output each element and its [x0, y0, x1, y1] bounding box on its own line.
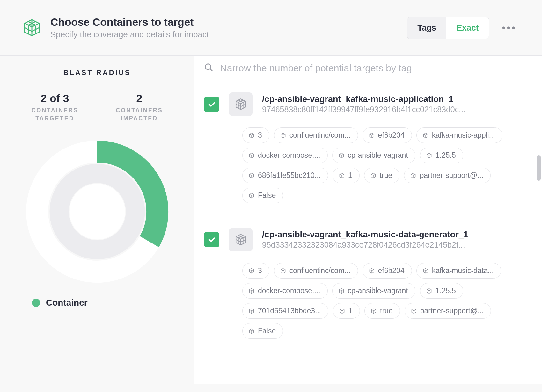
tag-label: cp-ansible-vagrant: [348, 151, 408, 160]
tag-chip[interactable]: 701d55413bbde3...: [242, 303, 328, 319]
stat-targeted: 2 of 3 CONTAINERS TARGETED: [13, 92, 97, 122]
tag-label: False: [258, 191, 276, 200]
tag-chip[interactable]: 3: [242, 127, 269, 143]
tag-label: partner-support@...: [420, 171, 483, 180]
tag-label: cp-ansible-vagrant: [348, 287, 408, 295]
container-icon: [229, 228, 253, 251]
stat-impacted-label: CONTAINERS IMPACTED: [97, 106, 181, 122]
results-panel: /cp-ansible-vagrant_kafka-music-applicat…: [194, 56, 542, 384]
tag-chip[interactable]: False: [242, 188, 283, 203]
tag-label: 701d55413bbde3...: [258, 307, 321, 315]
scrollbar-thumb[interactable]: [537, 155, 541, 181]
page-header: Choose Containers to target Specify the …: [0, 0, 542, 55]
tag-label: true: [380, 307, 393, 315]
stat-targeted-label: CONTAINERS TARGETED: [13, 106, 97, 122]
results-list: /cp-ansible-vagrant_kafka-music-applicat…: [194, 81, 542, 384]
stat-impacted-value: 2: [97, 92, 181, 105]
tag-label: true: [380, 171, 392, 180]
tag-label: docker-compose....: [258, 151, 320, 160]
donut-chart: [13, 138, 181, 285]
tab-exact[interactable]: Exact: [446, 17, 489, 39]
tag-chip[interactable]: 3: [242, 263, 269, 279]
search-row: [194, 56, 542, 81]
tag-label: 1: [348, 307, 353, 315]
svg-point-3: [205, 64, 211, 70]
tag-label: 3: [258, 131, 262, 140]
search-icon: [204, 63, 214, 74]
result-hash: 95d33342332323084a933ce728f0426cd3f264e2…: [262, 240, 532, 250]
tag-label: 686fa1fe55bc210...: [258, 171, 321, 180]
svg-point-2: [69, 184, 125, 240]
tag-list: 3confluentinc/com...ef6b204kafka-music-d…: [242, 263, 532, 339]
checkbox[interactable]: [204, 97, 219, 112]
mode-toggle: Tags Exact: [407, 17, 489, 39]
page-title: Choose Containers to target: [50, 16, 398, 28]
tag-label: ef6b204: [378, 266, 405, 275]
legend-label-container: Container: [46, 298, 88, 308]
tag-chip[interactable]: confluentinc/com...: [274, 263, 358, 279]
blast-radius-panel: BLAST RADIUS 2 of 3 CONTAINERS TARGETED …: [0, 56, 194, 384]
tag-chip[interactable]: ef6b204: [363, 127, 412, 143]
tag-chip[interactable]: partner-support@...: [405, 303, 491, 319]
result-card: /cp-ansible-vagrant_kafka-music-applicat…: [194, 81, 542, 216]
tag-chip[interactable]: cp-ansible-vagrant: [332, 283, 415, 299]
blast-radius-heading: BLAST RADIUS: [13, 69, 181, 77]
tag-list: 3confluentinc/com...ef6b204kafka-music-a…: [242, 127, 532, 203]
tag-chip[interactable]: true: [364, 168, 400, 183]
tag-chip[interactable]: 1: [333, 168, 360, 183]
tag-chip[interactable]: ef6b204: [363, 263, 412, 279]
tag-label: kafka-music-data...: [432, 266, 494, 275]
tag-chip[interactable]: confluentinc/com...: [274, 127, 358, 143]
result-header: /cp-ansible-vagrant_kafka-music-data-gen…: [204, 228, 532, 251]
tag-label: ef6b204: [378, 131, 405, 140]
tag-label: False: [258, 327, 276, 335]
tag-label: docker-compose....: [258, 287, 320, 295]
tag-label: kafka-music-appli...: [432, 131, 495, 140]
checkbox[interactable]: [204, 232, 219, 247]
tag-label: confluentinc/com...: [289, 131, 351, 140]
tag-chip[interactable]: true: [364, 303, 400, 319]
result-card: /cp-ansible-vagrant_kafka-music-data-gen…: [194, 216, 542, 352]
result-text: /cp-ansible-vagrant_kafka-music-applicat…: [262, 94, 532, 114]
tag-label: partner-support@...: [420, 307, 484, 315]
body: BLAST RADIUS 2 of 3 CONTAINERS TARGETED …: [0, 55, 542, 384]
result-text: /cp-ansible-vagrant_kafka-music-data-gen…: [262, 230, 532, 250]
tag-chip[interactable]: False: [242, 323, 283, 339]
result-title: /cp-ansible-vagrant_kafka-music-data-gen…: [262, 230, 532, 240]
tag-label: 1.25.5: [436, 287, 456, 295]
tag-chip[interactable]: docker-compose....: [242, 148, 328, 163]
tag-label: 1: [348, 171, 352, 180]
page-subtitle: Specify the coverage and details for imp…: [50, 30, 398, 40]
tag-chip[interactable]: partner-support@...: [404, 168, 491, 183]
blast-radius-stats: 2 of 3 CONTAINERS TARGETED 2 CONTAINERS …: [13, 92, 181, 122]
tag-chip[interactable]: cp-ansible-vagrant: [332, 148, 415, 163]
result-title: /cp-ansible-vagrant_kafka-music-applicat…: [262, 94, 532, 104]
tag-label: 3: [258, 266, 262, 275]
svg-line-4: [210, 69, 213, 71]
tag-chip[interactable]: kafka-music-appli...: [416, 127, 502, 143]
tag-chip[interactable]: docker-compose....: [242, 283, 328, 299]
stat-impacted: 2 CONTAINERS IMPACTED: [97, 92, 181, 122]
stat-targeted-value: 2 of 3: [13, 92, 97, 105]
tag-chip[interactable]: kafka-music-data...: [416, 263, 501, 279]
search-input[interactable]: [220, 63, 532, 74]
more-menu-button[interactable]: •••: [499, 19, 520, 37]
tag-chip[interactable]: 1.25.5: [420, 148, 463, 163]
chart-legend: Container: [13, 298, 181, 308]
tag-label: 1.25.5: [436, 151, 456, 160]
tag-label: confluentinc/com...: [289, 266, 351, 275]
cube-icon: [22, 18, 41, 37]
container-icon: [229, 92, 253, 116]
result-header: /cp-ansible-vagrant_kafka-music-applicat…: [204, 92, 532, 116]
header-controls: Tags Exact •••: [407, 17, 520, 39]
tag-chip[interactable]: 686fa1fe55bc210...: [242, 168, 328, 183]
tag-chip[interactable]: 1.25.5: [420, 283, 463, 299]
result-hash: 97465838c80ff142ff39947ff9fe932916b4f1cc…: [262, 105, 532, 114]
tag-chip[interactable]: 1: [333, 303, 360, 319]
legend-dot-container: [32, 299, 40, 307]
tab-tags[interactable]: Tags: [407, 17, 446, 39]
header-text: Choose Containers to target Specify the …: [50, 16, 398, 40]
